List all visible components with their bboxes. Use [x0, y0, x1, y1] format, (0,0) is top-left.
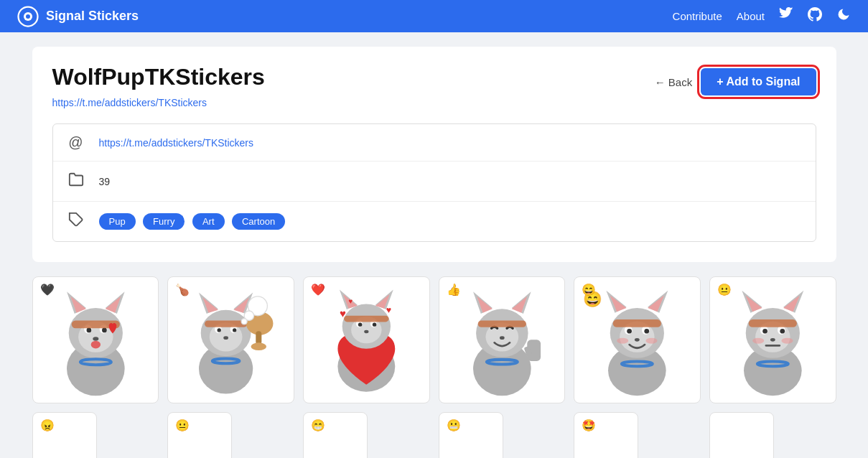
nav-contribute[interactable]: Contribute [673, 10, 722, 22]
source-url[interactable]: https://t.me/addstickers/TKStickers [99, 137, 254, 149]
sticker-emoji-3: ❤️ [311, 283, 325, 296]
svg-point-16 [90, 341, 100, 349]
sticker-emoji-1: 🖤 [40, 283, 55, 296]
pack-source-link[interactable]: https://t.me/addstickers/TKStickers [52, 97, 207, 108]
svg-point-35 [251, 342, 266, 350]
svg-rect-34 [256, 331, 261, 345]
svg-point-14 [102, 328, 107, 333]
sticker-card-2[interactable]: 🍗 [167, 276, 294, 403]
info-row-source: @ https://t.me/addstickers/TKStickers [53, 124, 816, 162]
sticker-card-11[interactable]: 🤩 [574, 412, 638, 458]
card-actions: ← Back + Add to Signal [655, 64, 816, 95]
svg-point-80 [646, 338, 658, 344]
svg-point-76 [627, 329, 632, 334]
sticker-card-7[interactable]: 😠 [32, 412, 97, 458]
site-header: Signal Stickers Contribute About [0, 0, 868, 32]
svg-point-95 [770, 338, 775, 342]
svg-point-78 [635, 338, 640, 342]
svg-point-48 [358, 322, 362, 326]
sticker-emoji-10: 😬 [447, 419, 461, 432]
main-content: WolfPupTKStickers https://t.me/addsticke… [18, 32, 851, 458]
header-left: Signal Stickers [17, 6, 139, 27]
svg-point-15 [93, 337, 98, 340]
svg-point-2 [26, 14, 30, 19]
sticker-card-1[interactable]: 🖤 [32, 276, 159, 403]
svg-text:♥: ♥ [348, 297, 353, 305]
svg-point-50 [364, 330, 368, 333]
github-icon[interactable] [808, 7, 822, 25]
tag-icon [66, 212, 86, 231]
nav-about[interactable]: About [737, 10, 765, 22]
back-button[interactable]: ← Back [655, 76, 693, 88]
theme-toggle-icon[interactable] [836, 7, 851, 25]
header-nav: Contribute About [673, 7, 851, 25]
sticker-count: 39 [99, 176, 111, 187]
sticker-card-3[interactable]: ❤️ ♥ ♥ ♥ [303, 276, 430, 403]
svg-point-38 [241, 319, 247, 324]
tag-cartoon[interactable]: Cartoon [232, 213, 285, 230]
svg-point-30 [223, 336, 228, 340]
sticker-emoji-8: 😐 [175, 419, 190, 432]
svg-rect-51 [344, 316, 388, 322]
sticker-grid-row2: 😠 😐 😁 😬 🤩 [32, 412, 836, 458]
twitter-icon[interactable] [779, 7, 793, 25]
add-to-signal-button[interactable]: + Add to Signal [701, 68, 816, 95]
info-row-tags: Pup Furry Art Cartoon [53, 202, 816, 241]
svg-point-96 [752, 338, 764, 344]
tag-furry[interactable]: Furry [143, 213, 185, 230]
info-box: @ https://t.me/addstickers/TKStickers 39… [52, 123, 816, 242]
info-row-count: 39 [53, 162, 816, 202]
tag-list: Pup Furry Art Cartoon [99, 213, 290, 230]
svg-text:♥: ♥ [340, 307, 346, 319]
svg-point-94 [780, 329, 785, 334]
tag-art[interactable]: Art [192, 213, 225, 230]
svg-rect-31 [205, 320, 247, 327]
sticker-card-6[interactable]: 😐 [709, 276, 836, 403]
svg-point-79 [617, 338, 628, 344]
sticker-emoji-7: 😠 [40, 419, 55, 432]
sticker-card-8[interactable]: 😐 [167, 412, 232, 458]
pack-title: WolfPupTKStickers [52, 64, 265, 90]
sticker-card-9[interactable]: 😁 [303, 412, 368, 458]
svg-point-28 [218, 328, 221, 332]
sticker-grid: 🖤 [32, 276, 836, 403]
sticker-emoji-11: 🤩 [582, 419, 596, 432]
pack-info: WolfPupTKStickers https://t.me/addsticke… [52, 64, 265, 109]
svg-rect-63 [477, 320, 526, 327]
sticker-card-10[interactable]: 😬 [439, 412, 503, 458]
sticker-emoji-6: 😐 [717, 283, 732, 296]
svg-point-93 [762, 329, 767, 334]
sticker-emoji-2: 🍗 [175, 283, 190, 296]
tag-pup[interactable]: Pup [99, 213, 136, 230]
svg-text:♥: ♥ [386, 305, 391, 315]
sticker-emoji-9: 😁 [311, 419, 325, 432]
svg-rect-99 [749, 319, 797, 327]
site-logo [17, 6, 39, 27]
svg-point-29 [233, 328, 236, 332]
sticker-emoji-5: 😄 [582, 283, 596, 296]
sticker-card-12[interactable] [709, 412, 774, 458]
svg-point-62 [499, 336, 504, 340]
sticker-emoji-4: 👍 [447, 283, 461, 296]
svg-point-49 [373, 322, 376, 326]
sticker-card-4[interactable]: 👍 [439, 276, 566, 403]
site-title: Signal Stickers [46, 9, 139, 24]
at-icon: @ [66, 134, 86, 151]
pack-card: WolfPupTKStickers https://t.me/addsticke… [32, 47, 836, 262]
svg-point-77 [645, 329, 650, 334]
card-header: WolfPupTKStickers https://t.me/addsticke… [52, 64, 816, 109]
folder-icon [66, 172, 86, 191]
svg-rect-81 [613, 319, 661, 327]
svg-point-97 [781, 338, 793, 344]
svg-point-13 [86, 328, 91, 333]
sticker-card-5[interactable]: 😄 😄 [574, 276, 701, 403]
